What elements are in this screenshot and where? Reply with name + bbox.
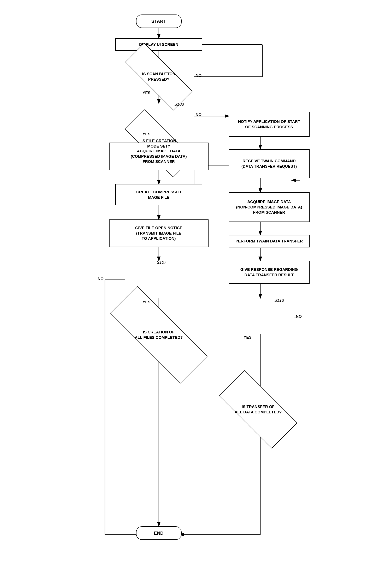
s102-yes-label: YES [143,90,151,95]
s108-node: NOTIFY APPLICATION OF START OF SCANNING … [229,112,309,137]
s107-yes-label: YES [143,300,151,305]
s107-label: S107 [157,260,167,265]
s101-node: DISPLAY UI SCREEN [115,38,202,51]
s110-text: ACQUIRE IMAGE DATA (NON-COMPRESSED IMAGE… [236,199,302,215]
s113-label: S113 [274,298,284,303]
s103-label: S103 [174,102,184,107]
s107-diamond: IS CREATION OF ALL FILES COMPLETED? [109,316,209,354]
s112-node: GIVE RESPONSE REGARDING DATA TRANSFER RE… [229,261,309,284]
start-label: START [151,19,166,24]
s109-node: RECEIVE TWAIN COMMAND (DATA TRANSFER REQ… [229,149,309,178]
end-label: END [154,530,163,536]
s112-text: GIVE RESPONSE REGARDING DATA TRANSFER RE… [240,267,298,277]
s107-text: IS CREATION OF ALL FILES COMPLETED? [135,330,183,340]
s106-node: GIVE FILE OPEN NOTICE (TRANSMIT IMAGE FI… [109,219,209,247]
s102-text: IS SCAN BUTTON PRESSED? [142,72,175,81]
s102-no-label: NO [196,73,202,78]
s105-node: CREATE COMPRESSED MAGE FILE [115,184,202,205]
start-node: START [136,15,182,28]
end-node: END [136,526,182,540]
s107-no-label: NO [98,277,104,281]
s111-text: PERFORM TWAIN DATA TRANSFER [236,238,303,244]
s113-no-label: NO [296,314,302,319]
s103-yes-label: YES [143,132,151,136]
s113-yes-label: YES [244,335,252,340]
s113-diamond: IS TRANSFER OF ALL DATA COMPLETED? [221,391,295,427]
s109-text: RECEIVE TWAIN COMMAND (DATA TRANSFER REQ… [241,158,297,169]
s110-node: ACQUIRE IMAGE DATA (NON-COMPRESSED IMAGE… [229,192,309,222]
s106-text: GIVE FILE OPEN NOTICE (TRANSMIT IMAGE FI… [135,225,182,241]
s111-node: PERFORM TWAIN DATA TRANSFER [229,235,309,248]
s103-no-label: NO [196,113,202,117]
s113-text: IS TRANSFER OF ALL DATA COMPLETED? [235,405,282,414]
s104-text: ACQUIRE IMAGE DATA (COMPRESSED IMAGE DAT… [131,148,187,164]
s108-text: NOTIFY APPLICATION OF START OF SCANNING … [238,119,300,130]
s102-diamond: IS SCAN BUTTON PRESSED? [125,63,193,90]
s105-text: CREATE COMPRESSED MAGE FILE [136,189,181,200]
s103-text: IS FILE CREATION MODE SET? [141,139,176,148]
